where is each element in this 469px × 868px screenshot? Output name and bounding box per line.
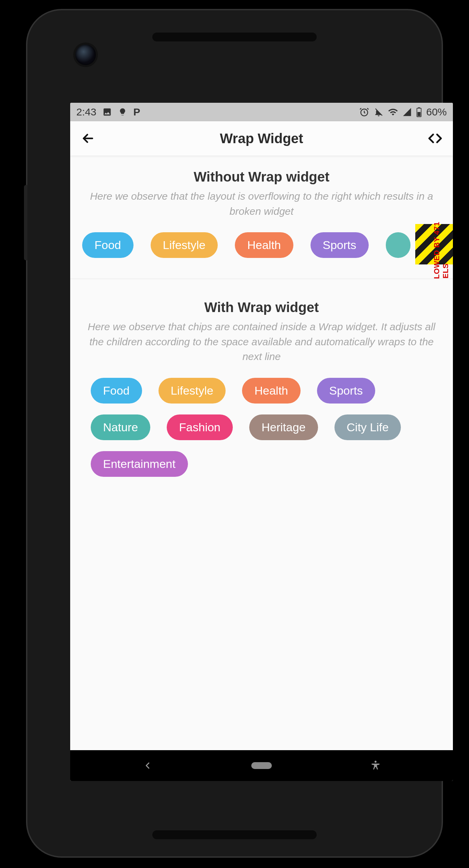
phone-camera [75, 45, 96, 65]
chip-lifestyle[interactable]: Lifestyle [151, 232, 218, 258]
chip-lifestyle[interactable]: Lifestyle [159, 378, 226, 404]
image-icon [102, 107, 112, 117]
chip-heritage[interactable]: Heritage [249, 414, 318, 440]
screen: 2:43 P [70, 103, 453, 781]
section-without-wrap: Without Wrap widget Here we observe that… [70, 169, 453, 279]
p-icon: P [133, 106, 140, 118]
nav-accessibility-button[interactable] [365, 755, 386, 776]
chip-row-overflow: FoodLifestyleHealthSports [80, 232, 443, 258]
chip-clipped [386, 232, 410, 258]
chip-sports[interactable]: Sports [317, 378, 375, 404]
chip-health[interactable]: Health [235, 232, 293, 258]
alarm-icon [359, 107, 369, 117]
svg-rect-2 [418, 107, 420, 108]
page-title: Wrap Widget [220, 131, 303, 146]
phone-frame: 2:43 P [27, 10, 442, 856]
status-bar-left: 2:43 P [76, 106, 140, 118]
content: Without Wrap widget Here we observe that… [70, 156, 453, 497]
status-time: 2:43 [76, 106, 96, 118]
svg-point-4 [375, 761, 377, 763]
chip-health[interactable]: Health [242, 378, 300, 404]
phone-side-button [24, 185, 27, 260]
section-description: Here we observe that the layout is overf… [80, 189, 443, 219]
section-with-wrap: With Wrap widget Here we observe that ch… [70, 279, 453, 497]
battery-icon [416, 107, 422, 117]
signal-icon [402, 107, 412, 117]
chip-sports[interactable]: Sports [310, 232, 369, 258]
wifi-icon [388, 107, 398, 117]
code-button[interactable] [426, 129, 444, 147]
chip-food[interactable]: Food [91, 378, 142, 404]
battery-text: 60% [426, 106, 447, 118]
section-description: Here we observe that chips are contained… [80, 319, 443, 364]
chip-food[interactable]: Food [82, 232, 134, 258]
notification-off-icon [373, 107, 384, 117]
chip-fashion[interactable]: Fashion [167, 414, 233, 440]
nav-back-button[interactable] [137, 755, 158, 776]
android-nav-bar [70, 750, 453, 781]
nav-home-button[interactable] [251, 755, 272, 776]
chip-row-wrap: FoodLifestyleHealthSportsNatureFashionHe… [80, 378, 443, 477]
phone-speaker-bottom [152, 830, 317, 839]
status-bar: 2:43 P [70, 103, 453, 121]
chip-nature[interactable]: Nature [91, 414, 150, 440]
lightbulb-icon [118, 108, 127, 116]
chip-city-life[interactable]: City Life [334, 414, 401, 440]
section-title: With Wrap widget [80, 300, 443, 315]
section-title: Without Wrap widget [80, 169, 443, 185]
svg-rect-3 [418, 112, 421, 116]
chip-entertainment[interactable]: Entertainment [91, 451, 188, 477]
overflow-error-text: RIGHT OVERFLOWED BY 471 PIXELS [432, 214, 450, 279]
status-bar-right: 60% [359, 106, 447, 118]
app-bar: Wrap Widget [70, 121, 453, 156]
phone-speaker-top [152, 33, 317, 41]
back-button[interactable] [79, 129, 97, 147]
